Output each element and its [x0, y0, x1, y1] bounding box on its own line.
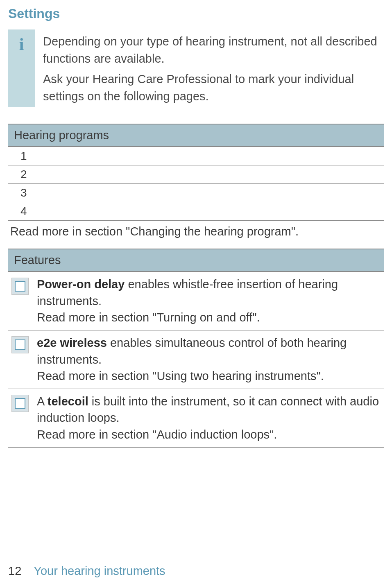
feature-row-telecoil: A telecoil is built into the instrument,…	[8, 389, 384, 448]
checkbox-power-on-delay[interactable]	[11, 278, 29, 295]
features-header: Features	[8, 249, 384, 272]
program-row-1: 1	[8, 147, 384, 165]
info-para1: Depending on your type of hearing instru…	[43, 33, 380, 67]
feature-bold: Power-on delay	[37, 278, 125, 291]
feature-read-more: Read more in section "Audio induction lo…	[37, 428, 277, 441]
feature-row-e2e-wireless: e2e wireless enables simultaneous contro…	[8, 330, 384, 389]
checkbox-e2e-wireless[interactable]	[11, 336, 29, 353]
page-number: 12	[8, 564, 21, 578]
checkbox-inner	[15, 398, 25, 409]
hearing-programs-header: Hearing programs	[8, 124, 384, 147]
info-icon-glyph: i	[19, 34, 24, 54]
footer-text: Your hearing instruments	[34, 564, 165, 578]
info-icon: i	[8, 29, 35, 107]
page-title: Settings	[8, 6, 384, 21]
program-row-3: 3	[8, 184, 384, 202]
feature-desc: is built into the instrument, so it can …	[37, 395, 379, 425]
hearing-programs-read-more: Read more in section "Changing the heari…	[8, 221, 384, 249]
info-text: Depending on your type of hearing instru…	[35, 29, 384, 111]
footer: 12 Your hearing instruments	[8, 564, 165, 578]
program-row-4: 4	[8, 202, 384, 221]
checkbox-inner	[15, 339, 25, 350]
feature-text: e2e wireless enables simultaneous contro…	[29, 335, 381, 385]
feature-row-power-on-delay: Power-on delay enables whistle-free inse…	[8, 272, 384, 330]
feature-text: Power-on delay enables whistle-free inse…	[29, 276, 381, 326]
feature-text: A telecoil is built into the instrument,…	[29, 393, 381, 443]
feature-read-more: Read more in section "Using two hearing …	[37, 369, 324, 382]
checkbox-telecoil[interactable]	[11, 395, 29, 412]
feature-bold: telecoil	[48, 395, 88, 408]
info-box: i Depending on your type of hearing inst…	[8, 29, 384, 111]
feature-read-more: Read more in section "Turning on and off…	[37, 311, 260, 324]
feature-prefix: A	[37, 395, 48, 408]
info-para2: Ask your Hearing Care Professional to ma…	[43, 70, 380, 105]
checkbox-inner	[15, 281, 25, 292]
feature-bold: e2e wireless	[37, 336, 107, 349]
program-row-2: 2	[8, 165, 384, 184]
